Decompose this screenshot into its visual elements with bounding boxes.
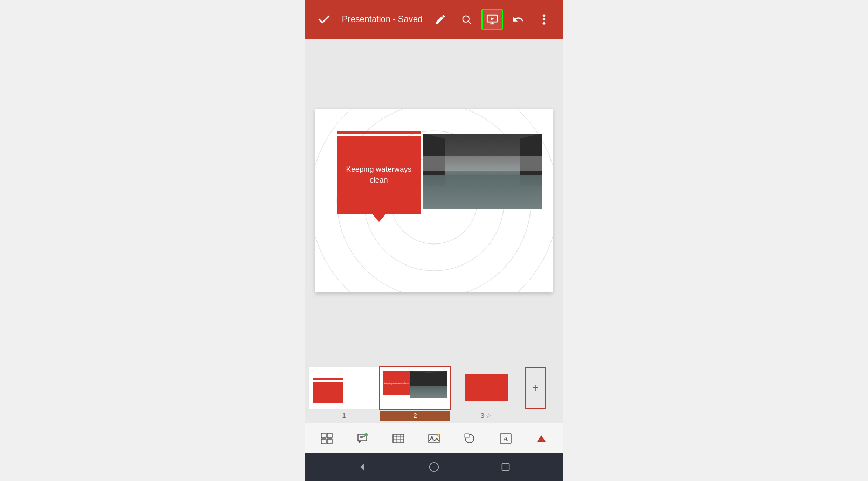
slide-num-3: 3 ☆ — [451, 411, 521, 421]
main-content-area: Keeping waterways clean — [305, 39, 563, 363]
add-slide-button[interactable]: + — [525, 367, 546, 409]
callout-text: Keeping waterways clean — [337, 159, 421, 191]
slide-callout[interactable]: Keeping waterways clean — [337, 136, 421, 214]
svg-point-39 — [430, 463, 439, 472]
search-icon[interactable] — [456, 9, 477, 30]
top-toolbar: Presentation - Saved — [305, 0, 563, 39]
svg-rect-18 — [327, 439, 332, 444]
svg-rect-17 — [321, 439, 326, 444]
svg-point-8 — [543, 22, 546, 25]
arrow-up-icon[interactable] — [529, 427, 553, 450]
table-icon[interactable] — [387, 427, 410, 450]
text-icon[interactable]: A — [494, 427, 518, 450]
pen-icon[interactable] — [430, 9, 451, 30]
svg-marker-38 — [360, 463, 364, 470]
android-nav-bar — [305, 453, 563, 481]
comment-icon[interactable]: + — [350, 427, 374, 450]
slide-num-2: 2 — [380, 411, 450, 421]
image-icon[interactable] — [422, 427, 446, 450]
svg-rect-16 — [327, 433, 332, 438]
svg-line-1 — [469, 22, 471, 24]
svg-text:A: A — [503, 435, 508, 443]
slide-river-photo — [423, 134, 542, 209]
more-icon[interactable] — [533, 9, 555, 30]
slide-num-1: 1 — [309, 411, 379, 421]
undo-icon[interactable] — [507, 9, 529, 30]
svg-rect-40 — [502, 463, 509, 470]
layout-icon[interactable] — [315, 427, 339, 450]
recents-button[interactable] — [495, 456, 516, 478]
shape-icon[interactable] — [458, 427, 481, 450]
svg-point-7 — [543, 18, 546, 21]
svg-rect-23 — [393, 434, 404, 443]
svg-marker-37 — [537, 435, 546, 442]
thumbnail-slide-2[interactable]: Keeping waterways clean — [380, 367, 450, 409]
svg-text:+: + — [366, 433, 367, 436]
bottom-toolbar: + — [305, 423, 563, 453]
svg-rect-34 — [465, 434, 469, 438]
slide-canvas[interactable]: Keeping waterways clean — [315, 109, 553, 292]
home-button[interactable] — [423, 456, 445, 478]
thumbnail-slide-3[interactable] — [451, 367, 521, 409]
present-icon[interactable] — [481, 9, 503, 30]
thumb-callout-text: Keeping waterways clean — [384, 382, 408, 385]
thumbnail-slide-1[interactable] — [309, 367, 379, 409]
svg-marker-5 — [491, 17, 494, 20]
back-button[interactable] — [352, 456, 373, 478]
svg-rect-15 — [321, 433, 326, 438]
thumbnails-strip: Keeping waterways clean — [305, 363, 563, 423]
thumb-photo — [410, 371, 447, 398]
slide-red-accent-line — [337, 131, 421, 134]
slide-numbers-row: 1 2 3 ☆ — [305, 409, 563, 423]
svg-point-6 — [543, 14, 546, 17]
check-button[interactable] — [313, 9, 335, 30]
presentation-title: Presentation - Saved — [339, 15, 425, 24]
